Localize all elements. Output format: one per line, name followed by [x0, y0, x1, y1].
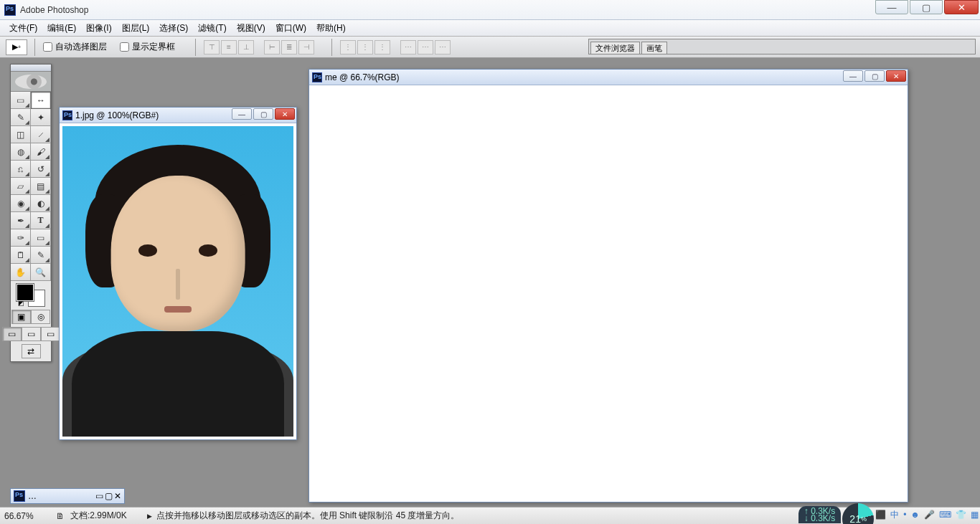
separator	[195, 39, 199, 56]
show-bounding-box-label: 显示定界框	[132, 41, 175, 53]
menu-file[interactable]: 文件(F)	[4, 20, 42, 37]
doc2-canvas[interactable]	[312, 88, 905, 499]
doc1-minimize-button[interactable]: —	[232, 108, 252, 120]
color-swatches[interactable]: ◩	[17, 284, 45, 307]
distribute-left-icon[interactable]: ⋯	[400, 40, 416, 54]
menu-select[interactable]: 选择(S)	[154, 20, 193, 37]
align-vcenter-icon[interactable]: ≡	[221, 40, 237, 54]
tray-icon[interactable]: 👕	[956, 510, 966, 520]
doc1-canvas[interactable]	[62, 126, 293, 437]
toolbox-logo[interactable]	[11, 72, 51, 92]
document-info[interactable]: 文档:2.99M/0K	[70, 510, 127, 522]
distribute-bottom-icon[interactable]: ⋮	[374, 40, 390, 54]
network-speed-widget[interactable]: ↑ 0.3K/s ↓ 0.3K/s	[798, 506, 841, 523]
stamp-tool[interactable]: ⎌	[11, 161, 31, 178]
screenmode-full-menubar-button[interactable]: ▭	[22, 327, 41, 341]
toolbox: ▭ ↔ ✎ ✦ ◫ ⟋ ◍ 🖌 ⎌ ↺ ▱ ▤ ◉ ◐ ✒ T ✑ ▭ 🗒 ✎ …	[10, 64, 52, 362]
close-button[interactable]: ✕	[944, 0, 979, 14]
auto-select-layer-checkbox[interactable]: 自动选择图层	[43, 41, 107, 53]
menu-image[interactable]: 图像(I)	[81, 20, 116, 37]
doc1-titlebar[interactable]: 1.jpg @ 100%(RGB#) — ▢ ✕	[60, 108, 296, 123]
align-hcenter-icon[interactable]: ≣	[281, 40, 297, 54]
minimized-document[interactable]: … ▭ ▢ ✕	[10, 488, 125, 504]
screenmode-standard-button[interactable]: ▭	[2, 327, 22, 341]
palette-tab-brushes[interactable]: 画笔	[641, 42, 667, 54]
toolbox-grip[interactable]	[11, 65, 51, 72]
minimize-button[interactable]: —	[875, 0, 908, 14]
minidoc-maximize-button[interactable]: ▢	[105, 491, 113, 501]
align-right-icon[interactable]: ⊣	[298, 40, 314, 54]
show-bounding-box-checkbox[interactable]: 显示定界框	[120, 41, 175, 53]
move-tool[interactable]: ↔	[31, 92, 51, 109]
minidoc-restore-button[interactable]: ▭	[95, 491, 103, 501]
hand-tool[interactable]: ✋	[11, 264, 31, 281]
distribute-right-icon[interactable]: ⋯	[435, 40, 451, 54]
tray-icon[interactable]: ☻	[910, 510, 920, 520]
doc1-maximize-button[interactable]: ▢	[253, 108, 273, 120]
show-bounding-box-input[interactable]	[120, 42, 129, 52]
minimized-doc-label: …	[28, 491, 37, 501]
align-left-icon[interactable]: ⊢	[264, 40, 280, 54]
tray-icon[interactable]: ⌨	[939, 510, 951, 520]
lasso-tool[interactable]: ✎	[11, 109, 31, 126]
tray-icon[interactable]: 中	[890, 509, 899, 521]
menu-view[interactable]: 视图(V)	[232, 20, 270, 37]
auto-select-layer-input[interactable]	[43, 42, 52, 52]
history-brush-tool[interactable]: ↺	[31, 161, 51, 178]
jump-to-imageready-button[interactable]: ⇄	[22, 344, 41, 358]
blur-tool[interactable]: ◉	[11, 195, 31, 212]
path-select-tool[interactable]: ✒	[11, 212, 31, 229]
quickmask-mode-button[interactable]: ◎	[31, 310, 50, 324]
doc2-titlebar[interactable]: me @ 66.7%(RGB) — ▢ ✕	[309, 70, 908, 85]
tool-preset-picker[interactable]: ▶+	[6, 39, 27, 55]
magic-wand-tool[interactable]: ✦	[31, 109, 51, 126]
standard-mode-button[interactable]: ▣	[11, 310, 31, 324]
ime-icon[interactable]: ⬛	[875, 510, 886, 520]
brush-tool[interactable]: 🖌	[31, 143, 51, 161]
eraser-tool[interactable]: ▱	[11, 178, 31, 195]
cpu-usage-widget[interactable]: 21%	[842, 503, 874, 524]
doc2-title: me @ 66.7%(RGB)	[325, 72, 400, 82]
eyedropper-tool[interactable]: ✎	[31, 247, 51, 264]
minidoc-close-button[interactable]: ✕	[114, 491, 121, 501]
notes-tool[interactable]: 🗒	[11, 247, 31, 264]
maximize-button[interactable]: ▢	[910, 0, 943, 14]
align-top-icon[interactable]: ⊤	[204, 40, 220, 54]
align-bottom-icon[interactable]: ⊥	[238, 40, 254, 54]
tray-icon[interactable]: •	[903, 510, 906, 520]
foreground-color-swatch[interactable]	[17, 284, 34, 301]
dodge-tool[interactable]: ◐	[31, 195, 51, 212]
menu-help[interactable]: 帮助(H)	[311, 20, 351, 37]
separator	[34, 39, 39, 56]
distribute-top-icon[interactable]: ⋮	[340, 40, 356, 54]
zoom-tool[interactable]: 🔍	[31, 264, 51, 281]
zoom-level[interactable]: 66.67%	[4, 511, 50, 521]
doc2-close-button[interactable]: ✕	[886, 70, 906, 82]
gradient-tool[interactable]: ▤	[31, 178, 51, 195]
crop-tool[interactable]: ◫	[11, 126, 31, 143]
pen-tool[interactable]: ✑	[11, 229, 31, 247]
type-tool[interactable]: T	[31, 212, 51, 229]
align-buttons: ⊤ ≡ ⊥	[204, 40, 254, 54]
shape-tool[interactable]: ▭	[31, 229, 51, 247]
document-window-2[interactable]: me @ 66.7%(RGB) — ▢ ✕	[308, 69, 908, 502]
doc1-close-button[interactable]: ✕	[275, 108, 295, 120]
healing-tool[interactable]: ◍	[11, 143, 31, 161]
menu-edit[interactable]: 编辑(E)	[42, 20, 81, 37]
document-window-1[interactable]: 1.jpg @ 100%(RGB#) — ▢ ✕	[59, 107, 297, 440]
default-colors-icon[interactable]: ◩	[18, 300, 24, 307]
screenmode-full-button[interactable]: ▭	[41, 327, 60, 341]
doc2-minimize-button[interactable]: —	[843, 70, 863, 82]
palette-tab-file-browser[interactable]: 文件浏览器	[590, 42, 640, 54]
marquee-tool[interactable]: ▭	[11, 92, 31, 109]
tray-icon[interactable]: 🎤	[924, 510, 935, 520]
doc2-maximize-button[interactable]: ▢	[864, 70, 885, 82]
menu-layer[interactable]: 图层(L)	[117, 20, 155, 37]
menu-filter[interactable]: 滤镜(T)	[193, 20, 231, 37]
distribute-hcenter-icon[interactable]: ⋯	[418, 40, 433, 54]
slice-tool[interactable]: ⟋	[31, 126, 51, 143]
menu-window[interactable]: 窗口(W)	[270, 20, 311, 37]
tray-icon[interactable]: ▦	[971, 510, 979, 520]
distribute-vcenter-icon[interactable]: ⋮	[357, 40, 373, 54]
status-icon: 🗎	[56, 511, 65, 521]
